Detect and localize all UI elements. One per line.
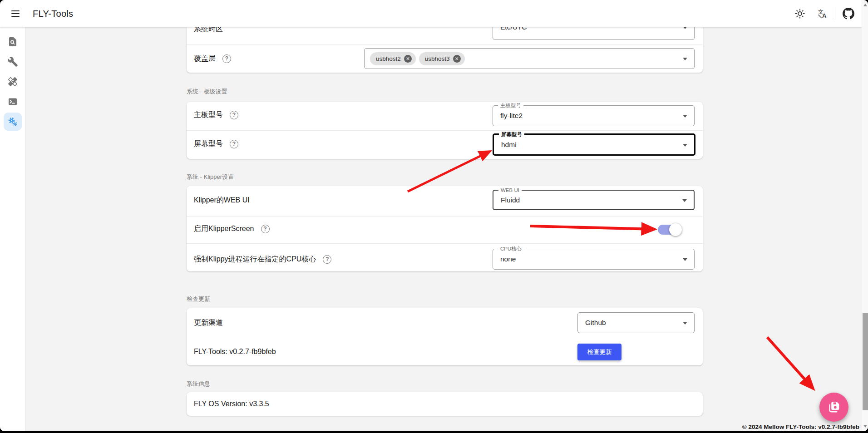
webui-select[interactable]: WEB UI Fluidd [493,190,695,210]
find-in-page-icon [7,36,18,47]
check-update-button[interactable]: 检查更新 [577,344,621,360]
sidebar-item-flash[interactable] [7,36,18,47]
sidebar [0,27,25,431]
screen-select-label: 屏幕型号 [499,131,524,138]
section-title-board: 系统 - 板级设置 [187,88,227,96]
section-title-klipper: 系统 - Klipper设置 [187,173,234,181]
mainboard-select-label: 主板型号 [498,102,523,109]
menu-button[interactable] [10,8,21,19]
scrollbar-up-arrow[interactable] [863,2,867,6]
dropdown-arrow-icon [683,58,687,63]
section-title-info: 系统信息 [187,380,210,388]
github-icon [843,8,854,20]
scrollbar[interactable] [862,0,868,431]
help-icon[interactable]: ? [230,140,238,148]
help-icon[interactable]: ? [222,54,231,63]
scrollbar-down-arrow[interactable] [863,425,867,429]
svg-text:A: A [822,12,827,19]
overlay-select[interactable]: usbhost2 ✕ usbhost3 ✕ [364,48,695,69]
chip-close-icon[interactable]: ✕ [404,55,412,63]
screen-select[interactable]: 屏幕型号 hdmi [493,133,695,156]
toggle-thumb [669,223,682,236]
cpu-core-select-label: CPU核心 [498,246,524,252]
card-update: 更新渠道 Github FLY-Tools: v0.2.7-fb9bfeb 检查… [187,308,703,365]
card-board-settings: 主板型号 ? 主板型号 fly-lite2 屏幕型号 ? 屏幕型号 hdmi [187,102,703,159]
dropdown-arrow-icon [682,199,687,204]
update-channel-label: 更新渠道 [194,318,223,328]
translate-button[interactable]: 文 A [818,8,829,19]
mainboard-select-value: fly-lite2 [500,112,523,120]
annotation-arrow-fab [767,337,813,388]
screen-label: 屏幕型号 ? [194,139,238,149]
screen-select-value: hdmi [501,141,517,149]
sidebar-item-terminal[interactable] [7,96,18,107]
help-icon[interactable]: ? [323,255,331,264]
sidebar-item-tools[interactable] [7,56,18,67]
hamburger-icon [11,10,20,11]
header-divider [835,7,835,20]
chip-close-icon[interactable]: ✕ [453,55,461,63]
webui-label: Klipper的WEB UI [194,195,250,205]
cpu-core-select-value: none [500,255,516,263]
translate-icon: 文 A [818,8,829,19]
dropdown-arrow-icon [683,322,687,327]
mainboard-label: 主板型号 ? [194,110,238,120]
sidebar-item-repair[interactable] [7,76,18,87]
mainboard-select[interactable]: 主板型号 fly-lite2 [493,105,695,126]
brightness-icon [794,8,805,19]
os-version-label: FLY OS Version: v3.3.5 [194,399,269,409]
cpu-core-select[interactable]: CPU核心 none [493,249,695,270]
flytools-version-label: FLY-Tools: v0.2.7-fb9bfeb [194,347,276,357]
footer-copyright: © 2024 Mellow FLY-Tools: v0.2.7-fb9bfeb [742,423,859,430]
webui-select-label: WEB UI [498,187,522,194]
update-channel-value: Github [585,319,606,327]
app-window: FLY-Tools 文 A [0,0,868,431]
help-icon[interactable]: ? [261,225,270,233]
card-klipper-settings: Klipper的WEB UI WEB UI Fluidd 启用KlipperSc… [187,186,703,271]
update-channel-select[interactable]: Github [577,312,695,333]
save-fab-button[interactable] [819,393,848,422]
dropdown-arrow-icon [683,115,687,120]
klipperscreen-toggle[interactable] [658,225,678,235]
healing-icon [7,76,18,87]
klipperscreen-label: 启用KlipperScreen ? [194,224,270,234]
section-title-update: 检查更新 [187,295,210,303]
webui-select-value: Fluidd [501,196,520,204]
card-system-info: FLY OS Version: v3.3.5 [187,392,703,416]
dropdown-arrow-icon [683,144,687,149]
cpu-core-label: 强制Klippy进程运行在指定的CPU核心 ? [194,254,331,264]
sidebar-item-settings[interactable] [7,116,18,127]
scrollbar-thumb[interactable] [863,313,868,410]
overlay-chip[interactable]: usbhost2 ✕ [370,52,416,65]
settings-gears-icon [7,116,18,127]
help-icon[interactable]: ? [230,111,238,119]
github-button[interactable] [843,8,854,20]
dropdown-arrow-icon [683,258,687,263]
save-all-icon [827,400,841,414]
wrench-icon [7,56,18,67]
theme-brightness-button[interactable] [794,8,805,19]
overlay-chip[interactable]: usbhost3 ✕ [419,52,465,65]
app-title: FLY-Tools [33,0,73,27]
overlay-label: 覆盖层 ? [194,54,231,64]
app-bar: FLY-Tools 文 A [0,0,862,27]
terminal-icon [7,96,18,107]
